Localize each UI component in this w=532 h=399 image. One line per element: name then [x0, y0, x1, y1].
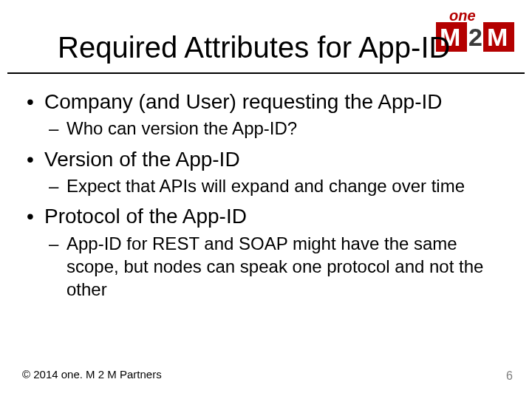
sub-list: App-ID for REST and SOAP might have the … [44, 232, 510, 301]
page-number: 6 [506, 369, 513, 383]
title-underline [7, 72, 525, 74]
sub-text: App-ID for REST and SOAP might have the … [66, 233, 483, 299]
sub-item: Expect that APIs will expand and change … [44, 174, 510, 197]
slide-body: Company (and User) requesting the App-ID… [22, 89, 510, 307]
bullet-list: Company (and User) requesting the App-ID… [22, 89, 510, 301]
bullet-text: Version of the App-ID [44, 148, 240, 171]
bullet-item: Protocol of the App-ID App-ID for REST a… [22, 203, 510, 301]
sub-list: Who can version the App-ID? [44, 117, 510, 140]
slide: one M 2 M Required Attributes for App-ID… [0, 0, 532, 399]
bullet-text: Protocol of the App-ID [44, 205, 247, 228]
slide-title: Required Attributes for App-ID [58, 31, 495, 64]
sub-item: App-ID for REST and SOAP might have the … [44, 232, 510, 301]
bullet-item: Company (and User) requesting the App-ID… [22, 89, 510, 140]
logo-one: one [449, 7, 476, 24]
bullet-item: Version of the App-ID Expect that APIs w… [22, 146, 510, 198]
sub-list: Expect that APIs will expand and change … [44, 174, 510, 197]
footer-copyright: © 2014 one. M 2 M Partners [22, 368, 162, 381]
sub-text: Who can version the App-ID? [66, 118, 297, 138]
sub-item: Who can version the App-ID? [44, 117, 510, 140]
sub-text: Expect that APIs will expand and change … [66, 176, 465, 196]
bullet-text: Company (and User) requesting the App-ID [44, 90, 443, 113]
